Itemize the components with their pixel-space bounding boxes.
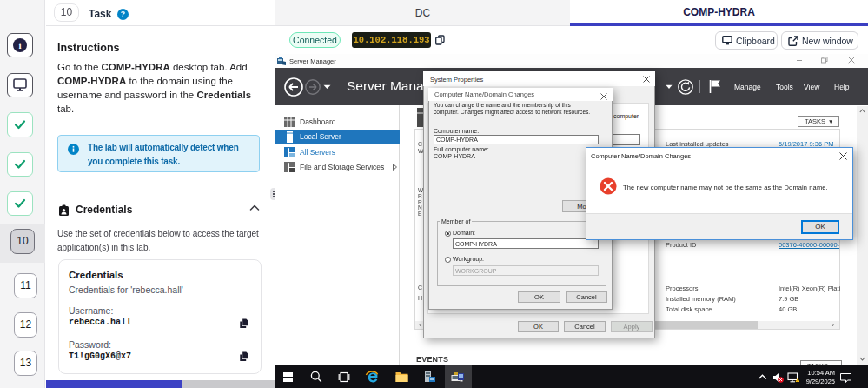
svg-text:i: i [18,40,21,50]
